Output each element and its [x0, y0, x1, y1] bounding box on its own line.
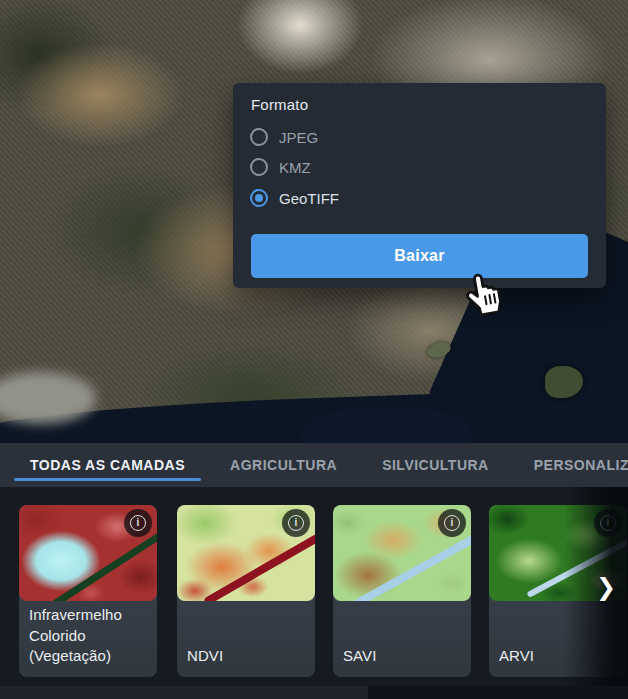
- info-glyph: i: [288, 515, 304, 531]
- radio-button-icon[interactable]: [250, 128, 268, 146]
- layer-card-label: Infravermelho Colorido (Vegetação): [29, 605, 151, 667]
- layer-card-savi[interactable]: i SAVI: [333, 505, 471, 677]
- tab-agricultura[interactable]: AGRICULTURA: [214, 443, 353, 487]
- info-icon[interactable]: i: [438, 509, 466, 537]
- carousel-next-button[interactable]: ❯: [593, 571, 619, 603]
- river-feature: [353, 526, 471, 601]
- format-option-label: KMZ: [279, 159, 311, 176]
- download-button[interactable]: Baixar: [251, 234, 588, 278]
- layer-card-infravermelho[interactable]: i Infravermelho Colorido (Vegetação): [19, 505, 157, 677]
- chevron-right-icon: ❯: [596, 573, 616, 600]
- format-option-jpeg[interactable]: JPEG: [250, 126, 318, 148]
- river-feature: [48, 527, 157, 601]
- tab-personalizadas[interactable]: PERSONALIZADAS: [518, 443, 628, 487]
- layer-card-ndvi[interactable]: i NDVI: [177, 505, 315, 677]
- format-option-label: JPEG: [279, 129, 318, 146]
- layer-category-tabs: TODAS AS CAMADAS AGRICULTURA SILVICULTUR…: [0, 443, 628, 487]
- info-glyph: i: [600, 515, 616, 531]
- layer-carousel: i Infravermelho Colorido (Vegetação) i N…: [0, 487, 628, 686]
- info-glyph: i: [130, 515, 146, 531]
- app-screen: Formato JPEG KMZ GeoTIFF Baixar TODAS AS…: [0, 0, 628, 699]
- bottom-bar: [0, 686, 628, 699]
- radio-button-icon[interactable]: [250, 189, 268, 207]
- layer-card-label: ARVI: [499, 646, 621, 667]
- info-icon[interactable]: i: [124, 509, 152, 537]
- format-option-geotiff[interactable]: GeoTIFF: [250, 187, 339, 209]
- info-icon[interactable]: i: [282, 509, 310, 537]
- layer-card-label: NDVI: [187, 646, 309, 667]
- info-glyph: i: [444, 515, 460, 531]
- download-format-panel: Formato JPEG KMZ GeoTIFF Baixar: [233, 83, 606, 288]
- format-option-kmz[interactable]: KMZ: [250, 156, 311, 178]
- layer-card-label: SAVI: [343, 646, 465, 667]
- bottom-bar-right-segment: [368, 686, 628, 699]
- info-icon[interactable]: i: [594, 509, 622, 537]
- format-label: Formato: [251, 96, 308, 113]
- tab-silvicultura[interactable]: SILVICULTURA: [366, 443, 505, 487]
- format-option-label: GeoTIFF: [279, 190, 339, 207]
- tab-todas-as-camadas[interactable]: TODAS AS CAMADAS: [14, 443, 201, 487]
- radio-button-icon[interactable]: [250, 158, 268, 176]
- bottom-bar-left-segment: [0, 686, 368, 699]
